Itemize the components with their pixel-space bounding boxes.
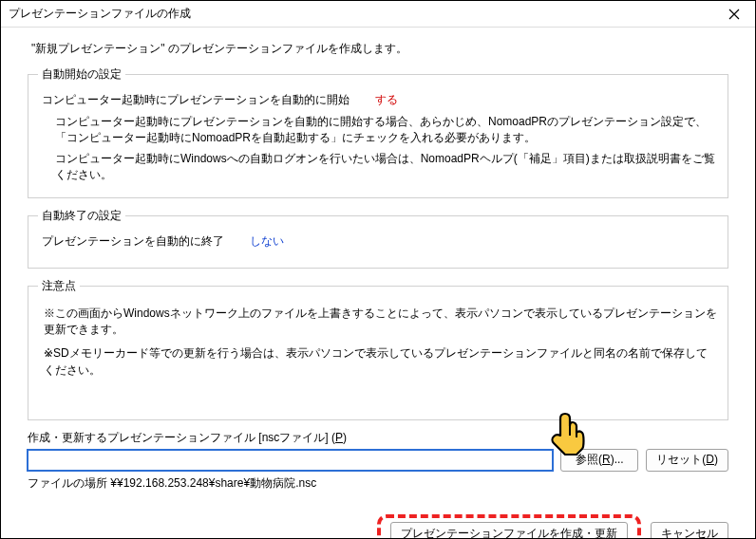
notes-legend: 注意点 [38, 278, 80, 294]
browse-button[interactable]: 参照(R)... [560, 449, 638, 472]
cancel-button[interactable]: キャンセル [651, 522, 728, 539]
create-file-button[interactable]: プレゼンテーションファイルを作成・更新 [390, 522, 628, 539]
auto-start-legend: 自動開始の設定 [38, 66, 125, 83]
file-section: 作成・更新するプレゼンテーションファイル [nscファイル] (P) 参照(R)… [28, 430, 728, 492]
auto-start-label: コンピューター起動時にプレゼンテーションを自動的に開始 [42, 93, 350, 106]
file-location: ファイルの場所 ¥¥192.168.253.248¥share¥動物病院.nsc [28, 475, 728, 492]
auto-end-row: プレゼンテーションを自動的に終了 しない [42, 233, 718, 250]
auto-end-value: しない [250, 234, 284, 248]
auto-end-legend: 自動終了の設定 [38, 208, 125, 224]
dialog-footer: プレゼンテーションファイルを作成・更新 キャンセル [1, 499, 755, 539]
browse-key: R [602, 453, 611, 466]
intro-text: "新規プレゼンテーション" のプレゼンテーションファイルを作成します。 [31, 41, 728, 57]
auto-start-note-2: コンピューター起動時にWindowsへの自動ログオンを行いたい場合は、Nomoa… [55, 151, 718, 184]
file-label-key: P [335, 431, 343, 444]
auto-start-group: 自動開始の設定 コンピューター起動時にプレゼンテーションを自動的に開始 する コ… [28, 66, 728, 198]
auto-end-group: 自動終了の設定 プレゼンテーションを自動的に終了 しない [28, 208, 728, 269]
auto-start-note-1: コンピューター起動時にプレゼンテーションを自動的に開始する場合、あらかじめ、No… [55, 114, 718, 147]
dialog-content: "新規プレゼンテーション" のプレゼンテーションファイルを作成します。 自動開始… [1, 28, 755, 499]
file-label-post: ) [343, 431, 347, 444]
window-title: プレゼンテーションファイルの作成 [9, 6, 721, 22]
titlebar: プレゼンテーションファイルの作成 [1, 1, 755, 28]
close-icon[interactable] [721, 1, 747, 28]
create-button-highlight: プレゼンテーションファイルを作成・更新 [377, 514, 641, 539]
auto-start-value: する [375, 93, 398, 106]
auto-end-label: プレゼンテーションを自動的に終了 [42, 234, 224, 248]
notes-line-2: ※SDメモリーカード等での更新を行う場合は、表示パソコンで表示しているプレゼンテ… [44, 345, 718, 379]
browse-pre: 参照( [576, 453, 602, 466]
auto-start-row: コンピューター起動時にプレゼンテーションを自動的に開始 する [42, 92, 718, 108]
file-path-input[interactable] [28, 450, 553, 471]
file-label-pre: 作成・更新するプレゼンテーションファイル [nscファイル] ( [28, 431, 335, 444]
reset-button[interactable]: リセット(D) [646, 449, 728, 472]
notes-group: 注意点 ※この画面からWindowsネットワーク上のファイルを上書きすることによ… [28, 278, 728, 420]
reset-key: D [706, 453, 714, 466]
browse-post: )... [611, 453, 624, 466]
file-row: 参照(R)... リセット(D) [28, 449, 728, 472]
notes-line-1: ※この画面からWindowsネットワーク上のファイルを上書きすることによって、表… [44, 306, 718, 339]
reset-pre: リセット( [656, 453, 706, 466]
file-label: 作成・更新するプレゼンテーションファイル [nscファイル] (P) [28, 430, 728, 446]
reset-post: ) [714, 453, 718, 466]
